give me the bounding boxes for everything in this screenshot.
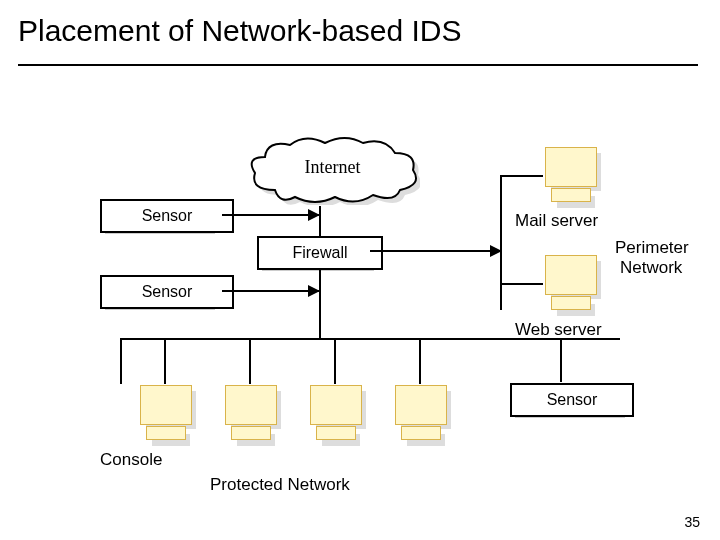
- line: [249, 338, 251, 384]
- protected-network-label: Protected Network: [210, 475, 350, 495]
- line: [334, 338, 336, 384]
- web-server-label: Web server: [515, 320, 602, 340]
- line: [222, 214, 319, 216]
- line: [222, 290, 319, 292]
- internet-label: Internet: [245, 157, 420, 178]
- firewall-box: Firewall: [257, 236, 383, 270]
- mail-server-label: Mail server: [515, 211, 598, 231]
- line: [164, 338, 166, 384]
- line: [319, 268, 321, 338]
- host-icon: [140, 385, 190, 440]
- sensor-2-box: Sensor: [100, 275, 234, 309]
- title-underline: [18, 64, 698, 66]
- console-label: Console: [100, 450, 162, 470]
- mail-server-icon: [545, 147, 595, 202]
- line: [120, 338, 620, 340]
- arrow-icon: [308, 209, 320, 221]
- sensor-1-box: Sensor: [100, 199, 234, 233]
- page-title: Placement of Network-based IDS: [18, 14, 462, 48]
- perimeter-label-1: Perimeter: [615, 238, 689, 258]
- host-icon: [395, 385, 445, 440]
- line: [120, 338, 122, 384]
- page-number: 35: [684, 514, 700, 530]
- line: [419, 338, 421, 384]
- line: [500, 175, 502, 310]
- line: [500, 283, 543, 285]
- sensor-3-box: Sensor: [510, 383, 634, 417]
- line: [500, 175, 543, 177]
- arrow-icon: [308, 285, 320, 297]
- line: [560, 338, 562, 382]
- internet-cloud: Internet: [245, 135, 420, 205]
- perimeter-label-2: Network: [620, 258, 682, 278]
- host-icon: [225, 385, 275, 440]
- line: [370, 250, 500, 252]
- web-server-icon: [545, 255, 595, 310]
- host-icon: [310, 385, 360, 440]
